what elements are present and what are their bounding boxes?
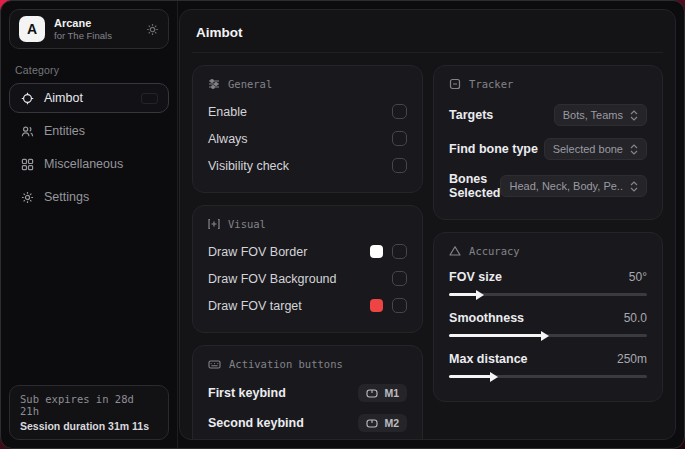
- setting-row: Visibility check: [208, 152, 407, 179]
- setting-label: Draw FOV Background: [208, 272, 337, 286]
- setting-row: Draw FOV Background: [208, 265, 407, 292]
- select-value: Head, Neck, Body, Pe..: [509, 180, 623, 192]
- slider-value: 50.0: [624, 311, 647, 325]
- settings-gear-icon[interactable]: [146, 23, 159, 36]
- slider-label: Max distance: [449, 352, 528, 366]
- visibility-check-checkbox[interactable]: [392, 158, 407, 173]
- setting-row: Draw FOV Border: [208, 238, 407, 265]
- nav-keybind-placeholder: [141, 93, 158, 104]
- slider-label: Smoothness: [449, 311, 524, 325]
- setting-label: Bones Selected: [449, 172, 500, 200]
- eye-icon: [208, 218, 220, 230]
- section-title: Visual: [228, 218, 266, 230]
- slider-thumb[interactable]: [476, 290, 484, 300]
- mouse-icon: [366, 389, 378, 398]
- sidebar-item-entities[interactable]: Entities: [9, 116, 169, 146]
- mouse-icon: [366, 419, 378, 428]
- enable-checkbox[interactable]: [392, 104, 407, 119]
- section-title: Activation buttons: [229, 358, 343, 370]
- app-subtitle: for The Finals: [54, 30, 112, 41]
- app-window: A Arcane for The Finals Category: [0, 0, 685, 449]
- sidebar-item-label: Settings: [44, 190, 89, 204]
- setting-row: First keybind M1: [208, 378, 407, 408]
- always-checkbox[interactable]: [392, 131, 407, 146]
- fov-size-slider[interactable]: [449, 293, 647, 296]
- fov-size-slider-group: FOV size 50°: [449, 265, 647, 306]
- category-label: Category: [15, 64, 163, 76]
- setting-label: Draw FOV target: [208, 299, 302, 313]
- setting-row: Targets Bots, Teams: [449, 98, 647, 132]
- visual-card: Visual Draw FOV Border Draw FOV Backgrou…: [192, 205, 423, 333]
- chevron-updown-icon: [630, 144, 638, 155]
- slider-thumb[interactable]: [541, 331, 549, 341]
- slider-value: 250m: [617, 352, 647, 366]
- setting-label: Second keybind: [208, 416, 304, 430]
- fov-border-color-swatch[interactable]: [370, 245, 383, 258]
- gear-icon: [20, 191, 34, 204]
- activation-card: Activation buttons First keybind M1: [192, 345, 423, 440]
- setting-row: Find bone type Selected bone: [449, 132, 647, 166]
- box-minus-icon: [449, 78, 461, 90]
- setting-label: First keybind: [208, 386, 286, 400]
- draw-fov-target-checkbox[interactable]: [392, 298, 407, 313]
- select-value: Selected bone: [553, 143, 623, 155]
- second-keybind-button[interactable]: M2: [358, 414, 407, 432]
- tracker-card: Tracker Targets Bots, Teams: [433, 65, 663, 220]
- setting-row: Bones Selected Head, Neck, Body, Pe..: [449, 166, 647, 206]
- app-logo: A: [19, 16, 45, 42]
- setting-label: Find bone type: [449, 142, 538, 156]
- chevron-updown-icon: [630, 110, 638, 121]
- sidebar-item-miscellaneous[interactable]: Miscellaneous: [9, 149, 169, 179]
- sidebar: A Arcane for The Finals Category: [1, 1, 178, 448]
- targets-select[interactable]: Bots, Teams: [554, 104, 647, 126]
- draw-fov-background-checkbox[interactable]: [392, 271, 407, 286]
- sidebar-item-label: Entities: [44, 124, 85, 138]
- setting-row: Always: [208, 125, 407, 152]
- accuracy-card: Accuracy FOV size 50°: [433, 232, 663, 402]
- subscription-card: Sub expires in 28d 21h Session duration …: [9, 385, 169, 440]
- sidebar-item-aimbot[interactable]: Aimbot: [9, 83, 169, 113]
- crosshair-icon: [20, 92, 34, 105]
- find-bone-type-select[interactable]: Selected bone: [544, 138, 647, 160]
- keybind-value: M2: [384, 417, 399, 429]
- setting-label: Draw FOV Border: [208, 245, 307, 259]
- entities-icon: [20, 125, 34, 138]
- sub-expiry-text: Sub expires in 28d 21h: [20, 393, 158, 417]
- setting-row: Draw FOV target: [208, 292, 407, 319]
- sidebar-item-label: Aimbot: [44, 91, 83, 105]
- setting-label: Enable: [208, 105, 247, 119]
- select-value: Bots, Teams: [563, 109, 623, 121]
- draw-fov-border-checkbox[interactable]: [392, 244, 407, 259]
- slider-thumb[interactable]: [490, 372, 498, 382]
- fov-target-color-swatch[interactable]: [370, 299, 383, 312]
- chevron-updown-icon: [630, 181, 638, 192]
- setting-label: Visibility check: [208, 159, 289, 173]
- section-title: General: [228, 78, 272, 90]
- session-duration-text: Session duration 31m 11s: [20, 420, 158, 432]
- main-header: Aimbot: [192, 10, 663, 53]
- sliders-icon: [208, 78, 220, 90]
- section-title: Accuracy: [469, 245, 520, 257]
- smoothness-slider[interactable]: [449, 334, 647, 337]
- sidebar-item-settings[interactable]: Settings: [9, 182, 169, 212]
- app-name: Arcane: [54, 17, 112, 29]
- setting-row: Second keybind M2: [208, 408, 407, 438]
- page-title: Aimbot: [196, 25, 243, 40]
- sidebar-item-label: Miscellaneous: [44, 157, 123, 171]
- keyboard-icon: [208, 359, 221, 370]
- setting-label: Targets: [449, 108, 493, 122]
- main-panel: Aimbot Ge: [179, 9, 676, 440]
- sidebar-nav: Aimbot Entities: [9, 83, 169, 212]
- setting-row: Enable: [208, 98, 407, 125]
- section-title: Tracker: [469, 78, 513, 90]
- bones-selected-select[interactable]: Head, Neck, Body, Pe..: [500, 175, 647, 197]
- first-keybind-button[interactable]: M1: [358, 384, 407, 402]
- setting-label: Always: [208, 132, 248, 146]
- keybind-value: M1: [384, 387, 399, 399]
- slider-label: FOV size: [449, 270, 502, 284]
- general-card: General Enable Always Visibility check: [192, 65, 423, 193]
- smoothness-slider-group: Smoothness 50.0: [449, 306, 647, 347]
- triangle-icon: [449, 245, 461, 257]
- app-header-card: A Arcane for The Finals: [9, 9, 169, 49]
- max-distance-slider[interactable]: [449, 375, 647, 378]
